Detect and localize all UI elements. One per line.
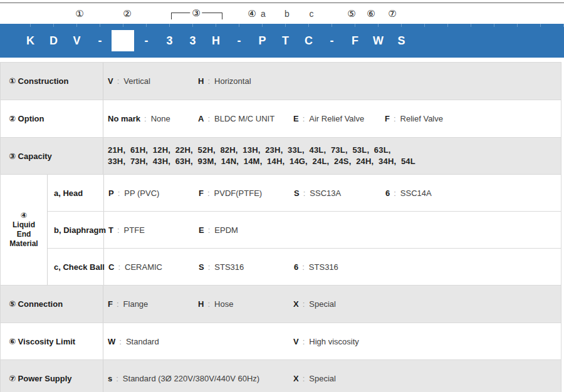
option-colon: : xyxy=(303,337,305,346)
row-options: F : Flange H : Hose X : Special xyxy=(103,286,561,322)
option-value: Standard xyxy=(126,337,159,346)
option-item: E : Air Relief Valve xyxy=(293,114,385,123)
option-code: E xyxy=(293,114,299,123)
option-value: Special xyxy=(309,374,336,383)
option-code: 6 xyxy=(294,262,298,272)
option-colon: : xyxy=(303,299,305,309)
model-code-char: K xyxy=(19,34,42,48)
model-code-char: H xyxy=(204,34,227,48)
option-colon: : xyxy=(303,188,306,198)
row-power-supply: ⑦ Power Supply s : Standard (3Ø 220V/380… xyxy=(1,359,561,392)
option-colon: : xyxy=(394,188,396,198)
option-item: H : Horizontal xyxy=(198,76,293,86)
marker-letter-b: b xyxy=(285,9,290,19)
model-code-dash: - xyxy=(320,34,343,48)
model-code-banner: K D V - - 3 3 H - P T C - F W S xyxy=(0,24,564,58)
option-code: W xyxy=(108,337,115,346)
option-colon: : xyxy=(303,374,305,383)
option-colon: : xyxy=(117,225,120,235)
option-item: V : Vertical xyxy=(108,76,198,86)
model-code-char: 3 xyxy=(181,34,204,48)
option-value: Vertical xyxy=(123,76,150,86)
row-construction: ① Construction V : Vertical H : Horizont… xyxy=(1,63,561,100)
option-item: X : Special xyxy=(293,374,385,383)
option-value: STS316 xyxy=(309,262,338,272)
marker-1-icon: ① xyxy=(75,8,83,19)
liquid-end-line2: End xyxy=(17,230,31,239)
option-item: S : SSC13A xyxy=(294,188,385,198)
option-item: F : Relief Valve xyxy=(385,114,561,123)
marker-3-icon: ③ xyxy=(190,8,202,18)
option-value: Flange xyxy=(123,299,149,309)
option-colon: : xyxy=(117,76,120,86)
marker-5-icon: ⑤ xyxy=(347,8,355,19)
option-code: S xyxy=(294,188,300,198)
option-value: CERAMIC xyxy=(125,262,162,272)
model-code-dash: - xyxy=(88,34,112,48)
code-position-ruler: ① ② ③ ④ a b c ⑤ ⑥ ⑦ xyxy=(0,0,564,24)
row-connection: ⑤ Connection F : Flange H : Hose X : Spe… xyxy=(1,285,561,322)
liquid-end-line3: Material xyxy=(9,239,38,249)
row-label: ⑥ Viscosity Limit xyxy=(1,323,103,359)
model-code-char: D xyxy=(42,34,65,48)
option-colon: : xyxy=(118,188,120,198)
option-item: W : Standard xyxy=(108,337,198,346)
option-value: PP (PVC) xyxy=(124,188,159,198)
option-item: V : High viscosity xyxy=(293,337,385,346)
row-options: W : Standard V : High viscosity xyxy=(103,323,561,359)
subrow-label: b, Diaphragm xyxy=(48,212,104,248)
model-code-blank-box xyxy=(112,30,134,51)
option-code: P xyxy=(108,188,114,198)
option-item: F : PVDF(PTFE) xyxy=(199,188,294,198)
option-value: High viscosity xyxy=(309,337,358,346)
option-code: F xyxy=(199,188,204,198)
row-options: s : Standard (3Ø 220V/380V/440V 60Hz) X … xyxy=(103,360,561,392)
row-capacity: ③ Capacity 21H, 61H, 12H, 22H, 52H, 82H,… xyxy=(1,137,561,174)
row-viscosity-limit: ⑥ Viscosity Limit W : Standard V : High … xyxy=(1,322,561,359)
option-value: Horizontal xyxy=(214,76,251,86)
option-item: T : PTFE xyxy=(108,225,199,235)
capacity-line-1: 21H, 61H, 12H, 22H, 52H, 82H, 13H, 23H, … xyxy=(108,145,561,156)
option-code: F xyxy=(385,114,390,123)
marker-7-icon: ⑦ xyxy=(388,8,396,19)
option-colon: : xyxy=(119,337,122,346)
option-code: V xyxy=(108,76,113,86)
option-item: X : Special xyxy=(293,299,385,309)
option-colon: : xyxy=(302,262,305,272)
marker-4-icon: ④ xyxy=(248,8,256,19)
option-colon: : xyxy=(207,188,210,198)
option-value: BLDC M/C UNIT xyxy=(214,114,274,123)
option-item: 6 : STS316 xyxy=(294,262,385,272)
option-value: PVDF(PTFE) xyxy=(214,188,263,198)
option-colon: : xyxy=(394,114,396,123)
option-value: None xyxy=(151,114,170,123)
option-value: Special xyxy=(309,299,336,309)
option-code: X xyxy=(293,374,299,383)
option-colon: : xyxy=(207,299,210,309)
marker-6-icon: ⑥ xyxy=(367,8,375,19)
option-code: No mark xyxy=(108,114,140,123)
subrow-diaphragm: b, Diaphragm T : PTFE E : EPDM xyxy=(48,211,561,248)
row-label: ② Option xyxy=(1,100,103,137)
option-item: E : EPDM xyxy=(199,225,294,235)
row-options: C : CERAMIC S : STS316 6 : STS316 xyxy=(104,249,561,285)
model-code-legend-page: ① ② ③ ④ a b c ⑤ ⑥ ⑦ K D V - - 3 3 H - P … xyxy=(0,0,564,392)
option-value: PTFE xyxy=(124,225,145,235)
option-colon: : xyxy=(208,262,211,272)
option-item: s : Standard (3Ø 220V/380V/440V 60Hz) xyxy=(108,374,293,383)
option-code: V xyxy=(293,337,299,346)
row-liquid-end-material: ④ Liquid End Material a, Head P : PP (PV… xyxy=(1,174,561,285)
option-colon: : xyxy=(116,374,118,383)
option-item: No mark : None xyxy=(108,114,198,123)
option-item: S : STS316 xyxy=(199,262,294,272)
marker-letter-a: a xyxy=(261,9,266,19)
option-item: A : BLDC M/C UNIT xyxy=(198,114,293,123)
model-code-dash: - xyxy=(227,34,251,48)
option-code: H xyxy=(198,299,204,309)
model-code-dash: - xyxy=(135,34,158,48)
option-value: Standard (3Ø 220V/380V/440V 60Hz) xyxy=(123,374,259,383)
marker-2-icon: ② xyxy=(123,8,131,19)
option-code: H xyxy=(198,76,204,86)
option-colon: : xyxy=(118,262,120,272)
model-code-char: T xyxy=(274,34,297,48)
